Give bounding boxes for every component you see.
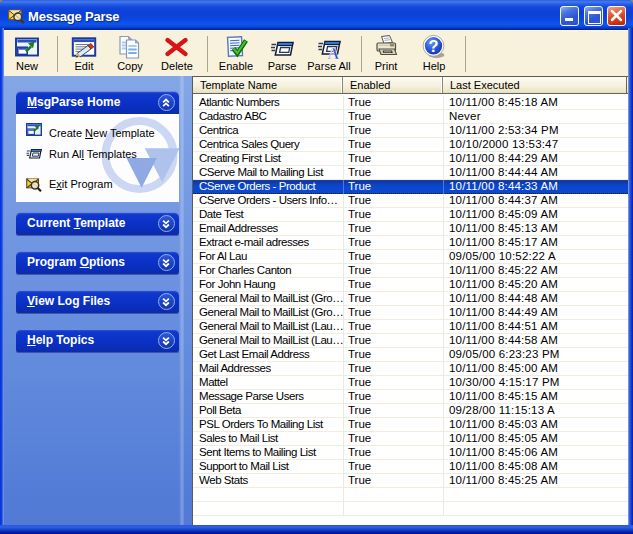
svg-text:?: ? (428, 37, 438, 55)
svg-text:A: A (328, 45, 340, 61)
